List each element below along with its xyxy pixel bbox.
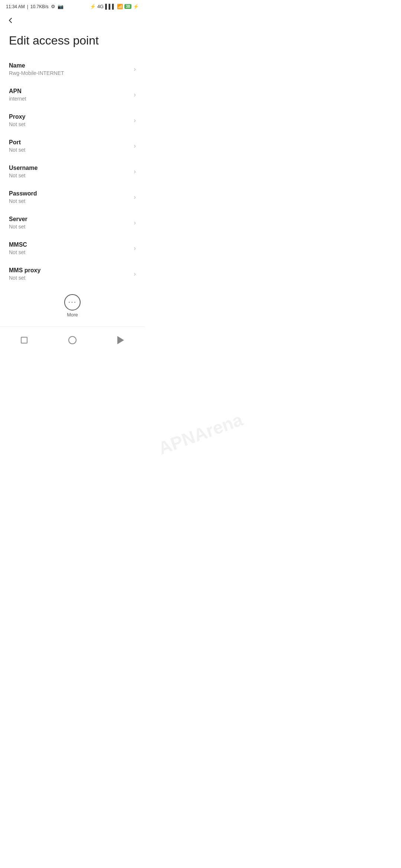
back-button[interactable] bbox=[0, 11, 145, 29]
settings-item-label: Proxy bbox=[9, 114, 131, 120]
settings-item-name[interactable]: NameRwg-Mobile-INTERNET› bbox=[9, 56, 136, 82]
more-button[interactable]: ··· More bbox=[0, 287, 145, 323]
back-nav-icon bbox=[117, 336, 124, 344]
camera-icon: 📷 bbox=[58, 4, 63, 9]
settings-item-value: Not set bbox=[9, 147, 131, 153]
settings-item-value: Not set bbox=[9, 224, 131, 230]
settings-item-port[interactable]: PortNot set› bbox=[9, 133, 136, 159]
settings-item-content: APNinternet bbox=[9, 88, 131, 102]
page-title: Edit access point bbox=[0, 29, 145, 56]
chevron-right-icon: › bbox=[134, 219, 136, 227]
bottom-nav bbox=[0, 326, 145, 355]
home-icon bbox=[68, 336, 76, 344]
settings-item-content: PasswordNot set bbox=[9, 190, 131, 204]
signal-bars-icon: ▌▌▌ bbox=[105, 4, 115, 9]
settings-item-label: Server bbox=[9, 216, 131, 223]
chevron-right-icon: › bbox=[134, 168, 136, 175]
chevron-right-icon: › bbox=[134, 193, 136, 201]
settings-item-content: NameRwg-Mobile-INTERNET bbox=[9, 62, 131, 76]
chevron-right-icon: › bbox=[134, 116, 136, 124]
status-left: 11:34 AM | 10.7KB/s ⚙ 📷 bbox=[6, 4, 63, 9]
settings-item-mmsc[interactable]: MMSCNot set› bbox=[9, 236, 136, 261]
settings-item-content: ServerNot set bbox=[9, 216, 131, 230]
more-label: More bbox=[67, 312, 78, 318]
separator: | bbox=[27, 4, 28, 9]
settings-item-content: UsernameNot set bbox=[9, 165, 131, 178]
settings-item-label: MMSC bbox=[9, 241, 131, 248]
settings-list: NameRwg-Mobile-INTERNET›APNinternet›Prox… bbox=[0, 56, 145, 287]
chevron-right-icon: › bbox=[134, 91, 136, 99]
settings-item-content: MMS proxyNot set bbox=[9, 267, 131, 281]
settings-item-password[interactable]: PasswordNot set› bbox=[9, 184, 136, 210]
settings-item-server[interactable]: ServerNot set› bbox=[9, 210, 136, 236]
settings-item-label: Password bbox=[9, 190, 131, 197]
settings-item-username[interactable]: UsernameNot set› bbox=[9, 159, 136, 184]
recents-button[interactable] bbox=[15, 331, 33, 349]
more-circle-icon: ··· bbox=[64, 294, 81, 310]
settings-item-proxy[interactable]: ProxyNot set› bbox=[9, 108, 136, 133]
settings-item-content: MMSCNot set bbox=[9, 241, 131, 255]
chevron-right-icon: › bbox=[134, 65, 136, 73]
settings-item-content: ProxyNot set bbox=[9, 114, 131, 127]
settings-item-value: Not set bbox=[9, 275, 131, 281]
chevron-right-icon: › bbox=[134, 244, 136, 252]
back-nav-button[interactable] bbox=[112, 331, 130, 349]
time-display: 11:34 AM bbox=[6, 4, 25, 9]
settings-item-label: MMS proxy bbox=[9, 267, 131, 274]
settings-item-label: Port bbox=[9, 139, 131, 146]
settings-item-mms-proxy[interactable]: MMS proxyNot set› bbox=[9, 261, 136, 287]
settings-item-label: APN bbox=[9, 88, 131, 95]
settings-item-value: Not set bbox=[9, 198, 131, 204]
settings-item-content: PortNot set bbox=[9, 139, 131, 153]
home-button[interactable] bbox=[63, 331, 81, 349]
status-bar: 11:34 AM | 10.7KB/s ⚙ 📷 ⚡ 4G ▌▌▌ 📶 38 ⚡ bbox=[0, 0, 145, 11]
settings-item-value: Not set bbox=[9, 121, 131, 127]
wifi-icon: 📶 bbox=[117, 4, 123, 9]
bluetooth-icon: ⚡ bbox=[90, 4, 96, 9]
chevron-right-icon: › bbox=[134, 142, 136, 150]
status-right: ⚡ 4G ▌▌▌ 📶 38 ⚡ bbox=[90, 4, 139, 9]
chevron-right-icon: › bbox=[134, 270, 136, 278]
settings-item-label: Username bbox=[9, 165, 131, 171]
settings-item-value: internet bbox=[9, 96, 131, 102]
settings-item-value: Rwg-Mobile-INTERNET bbox=[9, 70, 131, 76]
charging-icon: ⚡ bbox=[133, 4, 139, 9]
battery-display: 38 bbox=[124, 4, 131, 9]
settings-icon: ⚙ bbox=[51, 4, 55, 9]
recents-icon bbox=[21, 337, 27, 343]
signal-4g-icon: 4G bbox=[97, 4, 104, 9]
more-dots-icon: ··· bbox=[68, 297, 77, 306]
network-speed: 10.7KB/s bbox=[30, 4, 49, 9]
settings-item-value: Not set bbox=[9, 172, 131, 178]
settings-item-apn[interactable]: APNinternet› bbox=[9, 82, 136, 108]
settings-item-label: Name bbox=[9, 62, 131, 69]
settings-item-value: Not set bbox=[9, 249, 131, 255]
